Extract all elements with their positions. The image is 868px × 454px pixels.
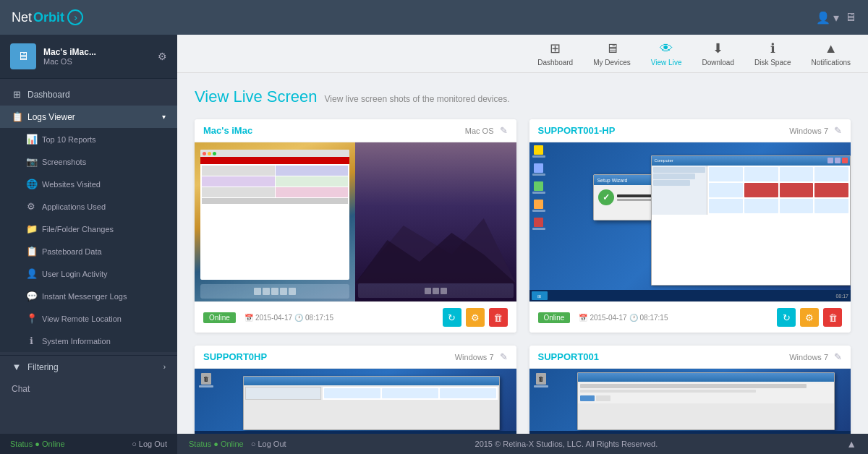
nav-notifications[interactable]: ▲ Notifications <box>812 41 851 67</box>
timestamp-macs-imac: 📅 2015-04-17 🕐 08:17:15 <box>244 314 333 322</box>
monitor-icon[interactable]: 🖥 <box>845 11 856 24</box>
refresh-button-macs-imac[interactable]: ↻ <box>443 308 461 327</box>
my-devices-label: My Devices <box>593 59 631 67</box>
user-login-label: User Login Activity <box>42 270 107 278</box>
nav-disk-space[interactable]: ℹ Disk Space <box>754 40 791 67</box>
page-subtitle: View live screen shots of the monitored … <box>325 94 510 104</box>
clock-icon: 🕐 <box>294 314 303 322</box>
device-os-support0hp: Windows 7 <box>455 353 494 361</box>
calendar-icon: 📅 <box>244 314 253 322</box>
sidebar-item-top10[interactable]: 📊 Top 10 Reports <box>0 128 177 150</box>
top-icons-bar: ⊞ Dashboard 🖥 My Devices 👁 View Live ⬇ D… <box>177 35 868 73</box>
notifications-label: Notifications <box>812 59 851 67</box>
page-header: View Live Screen View live screen shots … <box>195 87 851 106</box>
sidebar-item-im-logs[interactable]: 💬 Instant Messenger Logs <box>0 285 177 307</box>
sidebar-bottom: Status ● Online ○ Log Out <box>0 434 177 454</box>
filtering-label: Filtering <box>27 362 59 372</box>
device-name-support001: SUPPORT001 <box>538 351 600 362</box>
sidebar-item-applications[interactable]: ⚙ Applications Used <box>0 195 177 218</box>
logs-arrow-icon: ▾ <box>162 113 166 121</box>
applications-icon: ⚙ <box>26 201 36 212</box>
mac-left-half <box>195 142 355 301</box>
top10-label: Top 10 Reports <box>42 135 96 144</box>
logo: Net Orbit <box>12 9 83 25</box>
sidebar-item-user-login[interactable]: 👤 User Login Activity <box>0 262 177 285</box>
nav-view-live[interactable]: 👁 View Live <box>651 41 682 67</box>
card-footer-left: Online 📅 2015-04-17 🕐 08:17:15 <box>203 312 333 323</box>
card-footer-support001-hp: Online 📅 2015-04-17 🕐 08:17:15 ↻ ⚙ � <box>529 301 851 333</box>
sidebar-status: Status ● Online <box>10 440 65 448</box>
device-card-support001-hp: SUPPORT001-HP Windows 7 ✎ <box>529 119 851 333</box>
logout-button[interactable]: ○ Log Out <box>132 440 167 448</box>
page-title: View Live Screen <box>195 87 318 106</box>
user-settings-icon[interactable]: ⚙ <box>158 51 167 62</box>
refresh-button-support001-hp[interactable]: ↻ <box>777 308 796 327</box>
card-header-support0hp: SUPPORT0HP Windows 7 ✎ <box>195 346 516 369</box>
logs-label: Logs Viewer <box>27 112 75 122</box>
card-actions-support001-hp: ↻ ⚙ 🗑 <box>777 308 842 327</box>
card-header-right-support001: Windows 7 ✎ <box>789 351 842 362</box>
device-card-support0hp: SUPPORT0HP Windows 7 ✎ 🗑 <box>195 346 516 434</box>
websites-icon: 🌐 <box>26 179 36 189</box>
footer-arrow-icon[interactable]: ▲ <box>846 438 856 450</box>
card-actions-macs-imac: ↻ ⚙ 🗑 <box>443 308 508 327</box>
mac-right-half <box>355 142 516 301</box>
sidebar-item-screenshots[interactable]: 📷 Screenshots <box>0 150 177 173</box>
user-name: Mac's iMac... <box>43 47 150 57</box>
edit-icon-support001-hp[interactable]: ✎ <box>834 125 842 136</box>
screenshot-macs-imac[interactable] <box>195 142 516 301</box>
user-login-icon: 👤 <box>26 268 36 279</box>
edit-icon-support0hp[interactable]: ✎ <box>500 351 508 362</box>
nav-dashboard[interactable]: ⊞ Dashboard <box>537 40 573 67</box>
top-bar-right: 👤 ▾ 🖥 <box>816 11 856 25</box>
settings-button-macs-imac[interactable]: ⚙ <box>466 308 485 327</box>
edit-icon-support001[interactable]: ✎ <box>834 351 842 362</box>
filter-icon: ▼ <box>12 361 22 372</box>
card-header-right-support0hp: Windows 7 ✎ <box>455 351 508 362</box>
notifications-icon: ▲ <box>825 41 838 56</box>
settings-button-support001-hp[interactable]: ⚙ <box>800 308 819 327</box>
delete-button-macs-imac[interactable]: 🗑 <box>489 308 508 327</box>
sidebar-item-logs-viewer[interactable]: 📋 Logs Viewer ▾ <box>0 106 177 128</box>
calendar-icon2: 📅 <box>579 314 587 322</box>
devices-grid: Mac's iMac Mac OS ✎ <box>195 119 851 434</box>
logo-circle <box>67 9 83 25</box>
content-area: ⊞ Dashboard 🖥 My Devices 👁 View Live ⬇ D… <box>177 35 868 454</box>
page-content: View Live Screen View live screen shots … <box>177 73 868 434</box>
top10-icon: 📊 <box>26 134 36 145</box>
screenshots-label: Screenshots <box>42 158 86 166</box>
sidebar-item-chat[interactable]: Chat <box>0 378 177 400</box>
screenshot-support001[interactable]: 🗑 <box>529 369 851 434</box>
dashboard-nav-icon: ⊞ <box>550 40 561 56</box>
sidebar-item-dashboard[interactable]: ⊞ Dashboard <box>0 83 177 106</box>
nav-my-devices[interactable]: 🖥 My Devices <box>593 41 631 67</box>
nav-download[interactable]: ⬇ Download <box>702 40 733 67</box>
im-logs-label: Instant Messenger Logs <box>42 292 127 301</box>
device-name-support001-hp: SUPPORT001-HP <box>538 125 616 136</box>
dashboard-label: Dashboard <box>27 90 70 100</box>
sidebar-item-websites[interactable]: 🌐 Websites Visited <box>0 173 177 195</box>
card-header-support001-hp: SUPPORT001-HP Windows 7 ✎ <box>529 119 851 142</box>
websites-label: Websites Visited <box>42 180 101 189</box>
user-icon[interactable]: 👤 ▾ <box>816 11 839 25</box>
sidebar-item-system-info[interactable]: ℹ System Information <box>0 330 177 352</box>
sidebar-item-filtering[interactable]: ▼ Filtering › <box>0 355 177 378</box>
footer-logout[interactable]: ○ Log Out <box>251 440 286 448</box>
user-os: Mac OS <box>43 57 150 66</box>
logo-orbit: Orbit <box>33 10 64 25</box>
my-devices-icon: 🖥 <box>605 41 618 56</box>
sidebar-nav: ⊞ Dashboard 📋 Logs Viewer ▾ 📊 Top 10 Rep… <box>0 79 177 434</box>
status-badge-support001-hp: Online <box>538 312 571 323</box>
device-card-macs-imac: Mac's iMac Mac OS ✎ <box>195 119 516 333</box>
edit-icon-macs-imac[interactable]: ✎ <box>500 125 508 136</box>
sidebar-item-pasteboard[interactable]: 📋 Pasteboard Data <box>0 240 177 262</box>
sidebar-item-remote-location[interactable]: 📍 View Remote Location <box>0 307 177 330</box>
screenshot-support0hp[interactable]: 🗑 <box>195 369 516 434</box>
sidebar-item-file-changes[interactable]: 📁 File/Folder Changes <box>0 218 177 240</box>
view-live-icon: 👁 <box>660 41 673 56</box>
delete-button-support001-hp[interactable]: 🗑 <box>823 308 842 327</box>
sidebar-user: 🖥 Mac's iMac... Mac OS ⚙ <box>0 35 177 79</box>
disk-space-label: Disk Space <box>754 59 791 67</box>
device-os-support001: Windows 7 <box>789 353 828 361</box>
screenshot-support001-hp[interactable]: Setup Wizard ✕ ✓ <box>529 142 851 301</box>
